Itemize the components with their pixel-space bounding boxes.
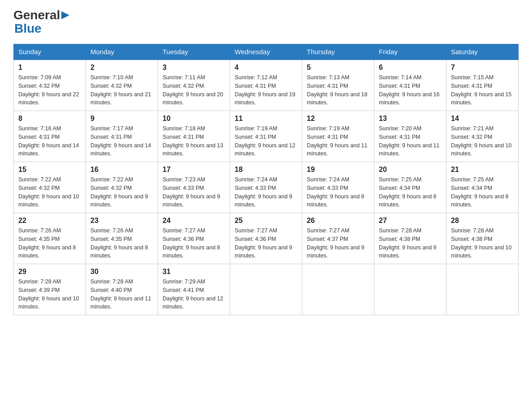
day-info: Sunrise: 7:28 AM Sunset: 4:39 PM Dayligh… (18, 278, 81, 311)
calendar-day-cell: 16 Sunrise: 7:22 AM Sunset: 4:32 PM Dayl… (86, 162, 158, 213)
day-number: 30 (90, 268, 153, 276)
calendar-week-row: 1 Sunrise: 7:09 AM Sunset: 4:32 PM Dayli… (14, 60, 519, 111)
calendar-day-cell (374, 264, 446, 315)
day-info: Sunrise: 7:23 AM Sunset: 4:33 PM Dayligh… (163, 176, 225, 209)
calendar-day-cell: 19 Sunrise: 7:24 AM Sunset: 4:33 PM Dayl… (302, 162, 374, 213)
day-number: 19 (307, 166, 369, 174)
page-header: General Blue (13, 9, 519, 35)
calendar-week-row: 29 Sunrise: 7:28 AM Sunset: 4:39 PM Dayl… (14, 264, 519, 315)
day-info: Sunrise: 7:22 AM Sunset: 4:32 PM Dayligh… (18, 176, 81, 209)
calendar-day-cell: 4 Sunrise: 7:12 AM Sunset: 4:31 PM Dayli… (230, 60, 302, 111)
calendar-day-cell: 1 Sunrise: 7:09 AM Sunset: 4:32 PM Dayli… (14, 60, 86, 111)
logo-blue-text: Blue (14, 22, 42, 35)
day-number: 5 (307, 64, 369, 72)
calendar-day-cell: 30 Sunrise: 7:28 AM Sunset: 4:40 PM Dayl… (86, 264, 158, 315)
day-number: 7 (451, 64, 514, 72)
calendar-day-cell: 28 Sunrise: 7:28 AM Sunset: 4:38 PM Dayl… (446, 213, 519, 264)
day-info: Sunrise: 7:21 AM Sunset: 4:32 PM Dayligh… (451, 124, 514, 158)
day-number: 27 (379, 217, 442, 225)
day-info: Sunrise: 7:26 AM Sunset: 4:35 PM Dayligh… (18, 227, 81, 260)
day-info: Sunrise: 7:29 AM Sunset: 4:41 PM Dayligh… (163, 278, 225, 311)
logo: General Blue (13, 9, 69, 35)
day-number: 10 (163, 115, 225, 123)
logo-general-text: General (13, 9, 60, 21)
calendar-day-cell: 20 Sunrise: 7:25 AM Sunset: 4:34 PM Dayl… (374, 162, 446, 213)
calendar-day-cell: 21 Sunrise: 7:25 AM Sunset: 4:34 PM Dayl… (446, 162, 519, 213)
calendar-day-cell: 7 Sunrise: 7:15 AM Sunset: 4:31 PM Dayli… (446, 60, 519, 111)
day-number: 17 (163, 166, 225, 174)
day-info: Sunrise: 7:24 AM Sunset: 4:33 PM Dayligh… (307, 176, 369, 209)
calendar-header-friday: Friday (374, 44, 446, 60)
day-info: Sunrise: 7:27 AM Sunset: 4:37 PM Dayligh… (307, 227, 369, 260)
calendar-day-cell: 13 Sunrise: 7:20 AM Sunset: 4:31 PM Dayl… (374, 111, 446, 162)
day-number: 16 (90, 166, 153, 174)
day-number: 18 (235, 166, 297, 174)
day-info: Sunrise: 7:18 AM Sunset: 4:31 PM Dayligh… (163, 124, 225, 158)
calendar-week-row: 22 Sunrise: 7:26 AM Sunset: 4:35 PM Dayl… (14, 213, 519, 264)
calendar-header-monday: Monday (86, 44, 158, 60)
day-info: Sunrise: 7:20 AM Sunset: 4:31 PM Dayligh… (379, 124, 442, 158)
calendar-header-sunday: Sunday (14, 44, 86, 60)
day-info: Sunrise: 7:28 AM Sunset: 4:40 PM Dayligh… (90, 278, 153, 311)
svg-marker-0 (61, 11, 69, 19)
calendar-day-cell: 31 Sunrise: 7:29 AM Sunset: 4:41 PM Dayl… (158, 264, 230, 315)
day-info: Sunrise: 7:24 AM Sunset: 4:33 PM Dayligh… (235, 176, 297, 209)
calendar-table: SundayMondayTuesdayWednesdayThursdayFrid… (13, 44, 519, 315)
day-info: Sunrise: 7:14 AM Sunset: 4:31 PM Dayligh… (379, 73, 442, 107)
calendar-day-cell: 15 Sunrise: 7:22 AM Sunset: 4:32 PM Dayl… (14, 162, 86, 213)
day-info: Sunrise: 7:19 AM Sunset: 4:31 PM Dayligh… (235, 124, 297, 158)
calendar-day-cell: 14 Sunrise: 7:21 AM Sunset: 4:32 PM Dayl… (446, 111, 519, 162)
day-number: 29 (18, 268, 81, 276)
calendar-day-cell: 24 Sunrise: 7:27 AM Sunset: 4:36 PM Dayl… (158, 213, 230, 264)
day-number: 2 (90, 64, 153, 72)
calendar-header-row: SundayMondayTuesdayWednesdayThursdayFrid… (14, 44, 519, 60)
day-info: Sunrise: 7:22 AM Sunset: 4:32 PM Dayligh… (90, 176, 153, 209)
calendar-day-cell: 26 Sunrise: 7:27 AM Sunset: 4:37 PM Dayl… (302, 213, 374, 264)
day-info: Sunrise: 7:27 AM Sunset: 4:36 PM Dayligh… (163, 227, 225, 260)
day-info: Sunrise: 7:11 AM Sunset: 4:32 PM Dayligh… (163, 73, 225, 107)
day-info: Sunrise: 7:19 AM Sunset: 4:31 PM Dayligh… (307, 124, 369, 158)
calendar-day-cell: 23 Sunrise: 7:26 AM Sunset: 4:35 PM Dayl… (86, 213, 158, 264)
calendar-day-cell: 17 Sunrise: 7:23 AM Sunset: 4:33 PM Dayl… (158, 162, 230, 213)
day-info: Sunrise: 7:09 AM Sunset: 4:32 PM Dayligh… (18, 73, 81, 107)
calendar-day-cell: 3 Sunrise: 7:11 AM Sunset: 4:32 PM Dayli… (158, 60, 230, 111)
day-info: Sunrise: 7:25 AM Sunset: 4:34 PM Dayligh… (451, 176, 514, 209)
day-number: 12 (307, 115, 369, 123)
day-info: Sunrise: 7:28 AM Sunset: 4:38 PM Dayligh… (451, 227, 514, 260)
day-info: Sunrise: 7:17 AM Sunset: 4:31 PM Dayligh… (90, 124, 153, 158)
day-number: 31 (163, 268, 225, 276)
calendar-day-cell: 11 Sunrise: 7:19 AM Sunset: 4:31 PM Dayl… (230, 111, 302, 162)
day-info: Sunrise: 7:25 AM Sunset: 4:34 PM Dayligh… (379, 176, 442, 209)
day-number: 23 (90, 217, 153, 225)
calendar-day-cell: 12 Sunrise: 7:19 AM Sunset: 4:31 PM Dayl… (302, 111, 374, 162)
day-info: Sunrise: 7:15 AM Sunset: 4:31 PM Dayligh… (451, 73, 514, 107)
day-info: Sunrise: 7:10 AM Sunset: 4:32 PM Dayligh… (90, 73, 153, 107)
calendar-header-wednesday: Wednesday (230, 44, 302, 60)
calendar-day-cell: 18 Sunrise: 7:24 AM Sunset: 4:33 PM Dayl… (230, 162, 302, 213)
calendar-day-cell (302, 264, 374, 315)
day-number: 21 (451, 166, 514, 174)
day-number: 8 (18, 115, 81, 123)
day-number: 1 (18, 64, 81, 72)
calendar-day-cell (230, 264, 302, 315)
day-info: Sunrise: 7:13 AM Sunset: 4:31 PM Dayligh… (307, 73, 369, 107)
calendar-day-cell: 10 Sunrise: 7:18 AM Sunset: 4:31 PM Dayl… (158, 111, 230, 162)
calendar-header-thursday: Thursday (302, 44, 374, 60)
day-number: 26 (307, 217, 369, 225)
calendar-week-row: 8 Sunrise: 7:16 AM Sunset: 4:31 PM Dayli… (14, 111, 519, 162)
calendar-day-cell: 25 Sunrise: 7:27 AM Sunset: 4:36 PM Dayl… (230, 213, 302, 264)
calendar-day-cell: 5 Sunrise: 7:13 AM Sunset: 4:31 PM Dayli… (302, 60, 374, 111)
calendar-day-cell: 2 Sunrise: 7:10 AM Sunset: 4:32 PM Dayli… (86, 60, 158, 111)
day-number: 11 (235, 115, 297, 123)
calendar-week-row: 15 Sunrise: 7:22 AM Sunset: 4:32 PM Dayl… (14, 162, 519, 213)
day-info: Sunrise: 7:12 AM Sunset: 4:31 PM Dayligh… (235, 73, 297, 107)
calendar-day-cell: 8 Sunrise: 7:16 AM Sunset: 4:31 PM Dayli… (14, 111, 86, 162)
calendar-day-cell: 27 Sunrise: 7:28 AM Sunset: 4:38 PM Dayl… (374, 213, 446, 264)
calendar-day-cell: 29 Sunrise: 7:28 AM Sunset: 4:39 PM Dayl… (14, 264, 86, 315)
day-info: Sunrise: 7:28 AM Sunset: 4:38 PM Dayligh… (379, 227, 442, 260)
calendar-header-saturday: Saturday (446, 44, 519, 60)
day-number: 22 (18, 217, 81, 225)
day-number: 15 (18, 166, 81, 174)
day-number: 20 (379, 166, 442, 174)
day-number: 6 (379, 64, 442, 72)
